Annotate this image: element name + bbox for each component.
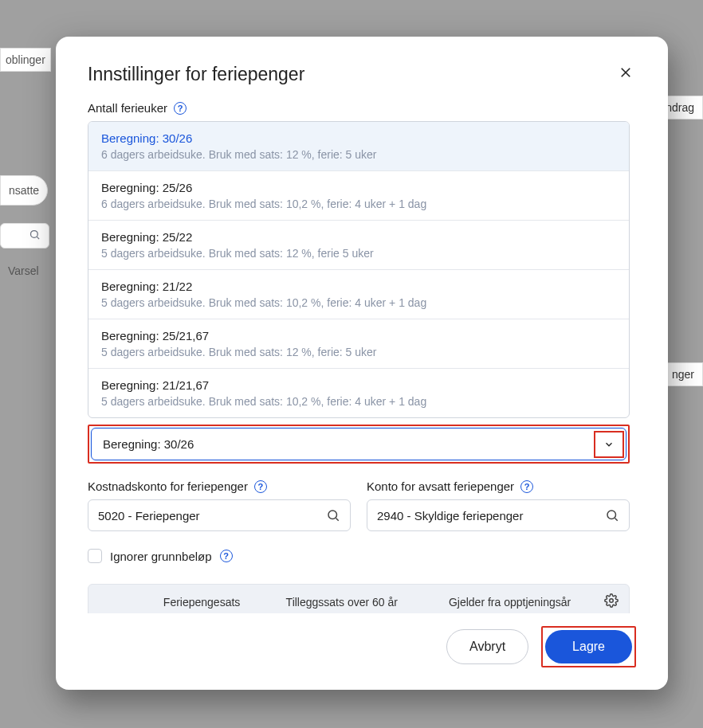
search-icon — [29, 229, 41, 243]
help-icon[interactable]: ? — [520, 480, 533, 493]
weeks-option[interactable]: Beregning: 25/266 dagers arbeidsuke. Bru… — [88, 171, 629, 221]
svg-point-8 — [610, 599, 614, 603]
weeks-option[interactable]: Beregning: 21/21,675 dagers arbeidsuke. … — [88, 369, 629, 417]
settings-modal: Innstillinger for feriepenger Antall fer… — [56, 37, 668, 690]
option-desc: 6 dagers arbeidsuke. Bruk med sats: 12 %… — [101, 148, 616, 161]
search-icon — [326, 508, 340, 523]
cancel-button[interactable]: Avbryt — [446, 629, 528, 664]
reserved-account-label: Konto for avsatt feriepenger — [367, 479, 514, 493]
modal-title: Innstillinger for feriepenger — [88, 64, 304, 85]
rates-table-header: Feriepengesats Tilleggssats over 60 år G… — [88, 584, 630, 613]
svg-line-7 — [615, 518, 617, 520]
bg-fragment: nger — [663, 362, 703, 386]
option-title: Beregning: 25/26 — [101, 181, 616, 194]
table-settings-button[interactable] — [594, 593, 629, 611]
weeks-option[interactable]: Beregning: 25/225 dagers arbeidsuke. Bru… — [88, 221, 629, 270]
cost-account-label: Kostnadskonto for feriepenger — [88, 479, 248, 493]
option-title: Beregning: 30/26 — [101, 131, 616, 145]
option-desc: 5 dagers arbeidsuke. Bruk med sats: 12 %… — [101, 247, 616, 260]
bg-fragment: oblinger — [0, 48, 51, 72]
help-icon[interactable]: ? — [254, 480, 267, 493]
weeks-select-value: Beregning: 30/26 — [103, 437, 194, 451]
weeks-option[interactable]: Beregning: 21/225 dagers arbeidsuke. Bru… — [88, 270, 629, 319]
gear-icon — [604, 593, 619, 611]
option-desc: 5 dagers arbeidsuke. Bruk med sats: 10,2… — [101, 395, 616, 408]
option-title: Beregning: 25/21,67 — [101, 329, 616, 342]
save-button[interactable]: Lagre — [545, 630, 632, 663]
bg-fragment: Varsel — [0, 260, 47, 282]
option-title: Beregning: 25/22 — [101, 230, 616, 244]
option-title: Beregning: 21/21,67 — [101, 378, 616, 392]
close-icon — [619, 65, 633, 83]
weeks-select[interactable]: Beregning: 30/26 — [91, 428, 626, 460]
chevron-down-icon[interactable] — [594, 431, 624, 458]
weeks-option[interactable]: Beregning: 30/266 dagers arbeidsuke. Bru… — [88, 122, 629, 171]
close-button[interactable] — [615, 62, 636, 87]
svg-line-1 — [37, 237, 39, 239]
table-col-fromyear: Gjelder fra opptjeningsår — [426, 585, 594, 613]
search-icon — [605, 508, 619, 523]
cost-account-value: 5020 - Feriepenger — [98, 509, 200, 523]
bg-search — [0, 223, 49, 249]
ignore-base-checkbox[interactable] — [88, 549, 102, 563]
svg-line-5 — [336, 518, 338, 520]
option-desc: 6 dagers arbeidsuke. Bruk med sats: 10,2… — [101, 198, 616, 210]
weeks-option[interactable]: Beregning: 25/21,675 dagers arbeidsuke. … — [88, 319, 629, 369]
table-col-extra60: Tilleggssats over 60 år — [257, 585, 426, 613]
weeks-label: Antall ferieuker — [88, 101, 167, 115]
svg-point-4 — [328, 511, 337, 519]
bg-fragment: nsatte — [0, 175, 48, 205]
cost-account-input[interactable]: 5020 - Feriepenger — [88, 499, 351, 531]
weeks-dropdown-list: Beregning: 30/266 dagers arbeidsuke. Bru… — [88, 121, 630, 418]
ignore-base-label: Ignorer grunnbeløp — [110, 550, 212, 563]
help-icon[interactable]: ? — [220, 550, 233, 562]
reserved-account-value: 2940 - Skyldige feriepenger — [377, 509, 523, 523]
table-col-rate: Feriepengesats — [88, 585, 257, 613]
svg-point-0 — [31, 231, 38, 238]
option-desc: 5 dagers arbeidsuke. Bruk med sats: 12 %… — [101, 346, 616, 358]
help-icon[interactable]: ? — [174, 102, 187, 115]
reserved-account-input[interactable]: 2940 - Skyldige feriepenger — [367, 499, 630, 531]
svg-point-6 — [607, 511, 616, 519]
option-desc: 5 dagers arbeidsuke. Bruk med sats: 10,2… — [101, 296, 616, 309]
option-title: Beregning: 21/22 — [101, 280, 616, 293]
